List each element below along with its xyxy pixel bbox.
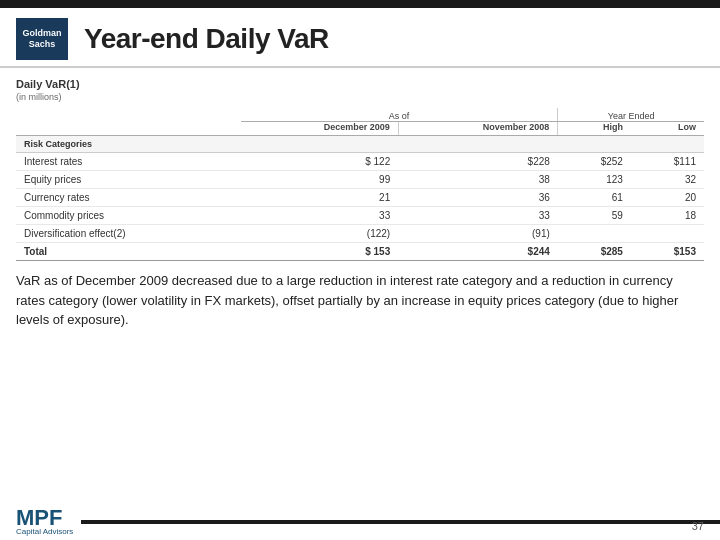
row-nov08: 33 (398, 207, 558, 225)
nov-2008-header: November 2008 (398, 122, 558, 136)
row-high: 59 (558, 207, 631, 225)
low-col-spacer (631, 136, 704, 153)
risk-cat-subheader (16, 122, 241, 136)
low-header: Low (631, 122, 704, 136)
row-nov08: 36 (398, 189, 558, 207)
row-low: 20 (631, 189, 704, 207)
total-row: Total $ 153 $244 $285 $153 (16, 243, 704, 261)
row-high: $252 (558, 153, 631, 171)
main-content: Daily VaR(1) (in millions) As of Year En… (0, 68, 720, 348)
row-low: $111 (631, 153, 704, 171)
row-dec09: 33 (241, 207, 399, 225)
row-high: 123 (558, 171, 631, 189)
bottom-line (81, 520, 720, 524)
row-label: Equity prices (16, 171, 241, 189)
total-nov08: $244 (398, 243, 558, 261)
row-dec09: $ 122 (241, 153, 399, 171)
total-low: $153 (631, 243, 704, 261)
table-row: Diversification effect(2) (122) (91) (16, 225, 704, 243)
total-dec09: $ 153 (241, 243, 399, 261)
row-dec09: 99 (241, 171, 399, 189)
row-low: 18 (631, 207, 704, 225)
bottom-section: MPF Capital Advisors (0, 504, 720, 540)
as-of-header: As of (241, 108, 558, 122)
total-high: $285 (558, 243, 631, 261)
year-ended-header: Year Ended (558, 108, 704, 122)
row-label: Diversification effect(2) (16, 225, 241, 243)
top-bar (0, 0, 720, 8)
row-nov08: (91) (398, 225, 558, 243)
row-low: 32 (631, 171, 704, 189)
row-low (631, 225, 704, 243)
table-body: Interest rates $ 122 $228 $252 $111 Equi… (16, 153, 704, 261)
total-label: Total (16, 243, 241, 261)
col-sub-header-row: December 2009 November 2008 High Low (16, 122, 704, 136)
var-table-section: Daily VaR(1) (in millions) As of Year En… (16, 78, 704, 261)
table-row: Interest rates $ 122 $228 $252 $111 (16, 153, 704, 171)
row-label: Commodity prices (16, 207, 241, 225)
description-text: VaR as of December 2009 decreased due to… (16, 271, 704, 330)
high-col-spacer (558, 136, 631, 153)
dec-2009-header: December 2009 (241, 122, 399, 136)
dec09-col-spacer (241, 136, 399, 153)
nov08-col-spacer (398, 136, 558, 153)
mpf-letters: MPF (16, 505, 62, 530)
table-title: Daily VaR(1) (16, 78, 704, 90)
row-dec09: (122) (241, 225, 399, 243)
risk-category-row: Risk Categories (16, 136, 704, 153)
page-number: 37 (692, 520, 704, 532)
goldman-sachs-logo: Goldman Sachs (16, 18, 68, 60)
page-title: Year-end Daily VaR (84, 23, 329, 55)
row-high: 61 (558, 189, 631, 207)
table-row: Commodity prices 33 33 59 18 (16, 207, 704, 225)
mpf-logo: MPF Capital Advisors (0, 507, 73, 538)
table-subtitle: (in millions) (16, 92, 704, 102)
table-row: Currency rates 21 36 61 20 (16, 189, 704, 207)
mpf-sub: Capital Advisors (16, 527, 73, 536)
mpf-logo-block: MPF Capital Advisors (16, 507, 73, 536)
row-nov08: 38 (398, 171, 558, 189)
risk-cat-label: Risk Categories (16, 136, 241, 153)
row-nov08: $228 (398, 153, 558, 171)
row-high (558, 225, 631, 243)
var-data-table: As of Year Ended December 2009 November … (16, 108, 704, 261)
row-label: Currency rates (16, 189, 241, 207)
row-dec09: 21 (241, 189, 399, 207)
risk-cat-col-header (16, 108, 241, 122)
table-row: Equity prices 99 38 123 32 (16, 171, 704, 189)
logo-text: Goldman Sachs (22, 28, 61, 50)
row-label: Interest rates (16, 153, 241, 171)
header: Goldman Sachs Year-end Daily VaR (0, 8, 720, 68)
high-header: High (558, 122, 631, 136)
col-group-header-row: As of Year Ended (16, 108, 704, 122)
